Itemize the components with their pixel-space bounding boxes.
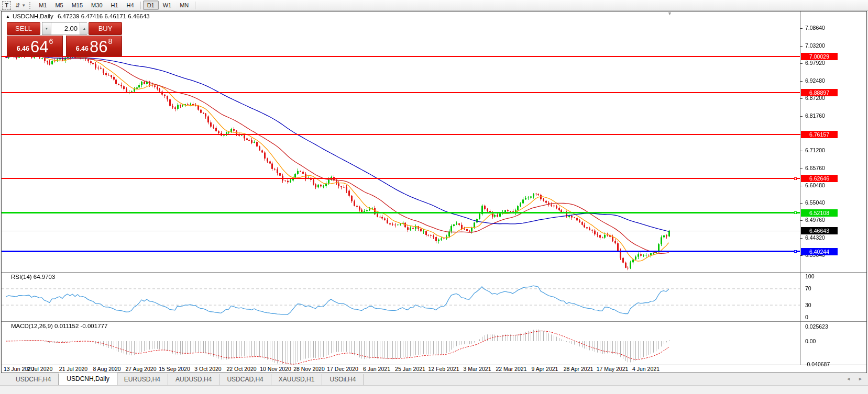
date-axis-label: 17 May 2021 — [597, 366, 629, 372]
timeframe-group: M1M5M15M30H1H4D1W1MN — [35, 1, 197, 10]
price-axis-line — [800, 12, 800, 365]
rsi-axis-tick: 100 — [805, 273, 815, 279]
hline-handle[interactable] — [794, 177, 797, 180]
hline-6.88897[interactable] — [2, 92, 800, 93]
hline-6.76157[interactable] — [2, 134, 800, 135]
hline-price-label: 6.88897 — [801, 89, 838, 96]
status-bar — [0, 385, 868, 394]
chart-tab[interactable]: XAUUSD,H1 — [271, 374, 323, 385]
rsi-axis-tick: 0 — [805, 314, 808, 320]
date-axis-label: 28 Apr 2021 — [564, 366, 594, 372]
hline-price-label: 6.40244 — [801, 248, 838, 255]
chart-ohlc-values: 6.47239 6.47416 6.46171 6.46643 — [58, 13, 150, 19]
date-axis-label: 22 Oct 2020 — [226, 366, 256, 372]
chart-symbol-period: USDCNH,Daily — [13, 13, 53, 19]
chart-title: ▲USDCNH,Daily6.47239 6.47416 6.46171 6.4… — [6, 13, 150, 19]
buy-button[interactable]: BUY — [89, 22, 122, 35]
toolbar-grip — [29, 2, 32, 9]
chart-tab[interactable]: USOil,H4 — [322, 374, 364, 385]
price-axis-tick: 6.81760 — [805, 112, 825, 119]
date-axis-label: 22 Mar 2021 — [496, 366, 527, 372]
current-price-label: 6.46643 — [801, 227, 838, 234]
date-axis-label: 6 Jan 2021 — [363, 366, 390, 372]
rsi-axis-tick: 30 — [805, 302, 811, 308]
buy-price-big: 86 — [90, 39, 107, 55]
sell-button[interactable]: SELL — [7, 22, 40, 35]
chart-tab[interactable]: USDCHF,H4 — [8, 374, 59, 385]
buy-price-display[interactable]: 6.46 86 8 — [66, 36, 122, 57]
sell-price-prefix: 6.46 — [17, 45, 29, 52]
date-axis-label: 12 Feb 2021 — [428, 366, 459, 372]
pane-separator[interactable] — [2, 272, 866, 273]
chart-tab-bar: USDCHF,H4USDCNH,DailyEURUSD,H4AUDUSD,H4U… — [0, 373, 868, 385]
timeframe-button-M30[interactable]: M30 — [87, 1, 106, 10]
pane-separator[interactable] — [2, 365, 866, 365]
timeframe-button-H4[interactable]: H4 — [123, 1, 138, 10]
arrange-icon[interactable]: ⇵ — [14, 2, 21, 9]
hline-price-label: 7.00029 — [801, 53, 838, 60]
volume-input[interactable] — [51, 22, 80, 35]
price-axis-tick: 7.08640 — [805, 25, 825, 31]
date-axis-label: 3 Oct 2020 — [194, 366, 221, 372]
expand-triangle-icon[interactable]: ▲ — [6, 14, 10, 19]
date-axis-label: 8 Aug 2020 — [93, 366, 120, 372]
timeframe-button-D1[interactable]: D1 — [143, 1, 159, 10]
volume-stepper: ▼ ▲ — [42, 22, 87, 35]
chart-window: ▲USDCNH,Daily6.47239 6.47416 6.46171 6.4… — [1, 11, 867, 373]
price-axis-tick: 6.71200 — [805, 147, 825, 153]
current-price-line — [2, 231, 800, 231]
timeframe-button-M15[interactable]: M15 — [68, 1, 87, 10]
timeframe-button-M5[interactable]: M5 — [51, 1, 67, 10]
chevron-down-icon[interactable]: ▼ — [21, 3, 26, 8]
text-tool-icon[interactable]: T — [2, 1, 11, 10]
chart-plot-canvas[interactable] — [2, 12, 800, 365]
chart-tab[interactable]: EURUSD,H4 — [117, 374, 168, 385]
hline-price-label: 6.76157 — [801, 131, 838, 138]
sell-price-big: 64 — [30, 39, 48, 55]
date-axis-label: 10 Nov 2020 — [260, 366, 291, 372]
hline-6.40244[interactable] — [2, 251, 800, 252]
volume-decrease-button[interactable]: ▼ — [42, 22, 51, 35]
date-axis-label: 25 Jan 2021 — [395, 366, 425, 372]
buy-price-prefix: 6.46 — [76, 45, 89, 52]
pane-separator[interactable] — [2, 321, 866, 322]
macd-axis-tick: -0.040687 — [805, 361, 830, 367]
price-axis-tick: 6.97920 — [805, 60, 825, 66]
sell-price-display[interactable]: 6.46 64 6 — [7, 36, 63, 57]
timeframe-button-MN[interactable]: MN — [175, 1, 193, 10]
hline-6.52108[interactable] — [2, 212, 800, 213]
volume-increase-button[interactable]: ▲ — [80, 22, 89, 35]
timeframe-button-H1[interactable]: H1 — [107, 1, 123, 10]
macd-pane-label: MACD(12,26,9) 0.011152 -0.001777 — [11, 323, 107, 329]
date-axis-label: 2 Jul 2020 — [27, 366, 52, 372]
date-axis-label: 27 Aug 2020 — [126, 366, 157, 372]
timeframe-button-W1[interactable]: W1 — [159, 1, 176, 10]
date-axis-label: 15 Sep 2020 — [159, 366, 190, 372]
tab-nav: ◄ ► — [846, 376, 863, 381]
price-axis-tick: 7.03200 — [805, 42, 825, 49]
date-axis-label: 21 Jul 2020 — [59, 366, 87, 372]
date-axis-label: 4 Jun 2021 — [632, 366, 660, 372]
tab-scroll-right-icon[interactable]: ► — [858, 376, 863, 381]
price-axis-tick: 6.65760 — [805, 165, 825, 171]
toolbar-separator — [195, 2, 195, 9]
tab-scroll-left-icon[interactable]: ◄ — [846, 376, 851, 381]
hline-price-label: 6.52108 — [801, 209, 838, 217]
chart-tab[interactable]: USDCNH,Daily — [59, 373, 117, 385]
one-click-trade-widget: SELL ▼ ▲ BUY 6.46 64 6 6.46 86 8 — [7, 22, 123, 57]
sell-price-sup: 6 — [49, 37, 53, 46]
chart-window-content: ▲USDCNH,Daily6.47239 6.47416 6.46171 6.4… — [2, 12, 866, 373]
chart-shift-marker-icon: ▼ — [667, 11, 672, 16]
macd-axis-tick: 0.025623 — [805, 323, 828, 330]
hline-6.62646[interactable] — [2, 178, 800, 179]
toolbar-separator — [140, 2, 141, 9]
hline-handle[interactable] — [794, 211, 797, 214]
hline-handle[interactable] — [794, 250, 797, 253]
timeframe-button-M1[interactable]: M1 — [35, 1, 51, 10]
rsi-axis-tick: 70 — [805, 285, 811, 291]
macd-axis-tick: 0.00 — [805, 338, 816, 344]
chart-tab[interactable]: USDCAD,H4 — [219, 374, 271, 385]
chart-tab[interactable]: AUDUSD,H4 — [168, 374, 219, 385]
date-axis-label: 28 Nov 2020 — [293, 366, 325, 372]
rsi-pane-label: RSI(14) 64.9703 — [11, 274, 55, 280]
